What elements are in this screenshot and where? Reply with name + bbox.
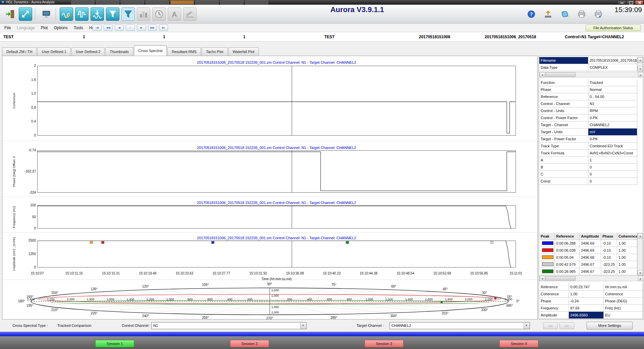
property-value[interactable]: Combined EO Track — [588, 143, 637, 150]
maximize-button[interactable] — [626, 0, 635, 4]
property-value[interactable]: 0 — [588, 164, 637, 171]
scroll-down-button[interactable]: ▼ — [638, 66, 643, 71]
peak-header-reference[interactable]: Reference — [555, 233, 580, 240]
scroll-up-button[interactable]: ▲ — [638, 57, 643, 63]
peak-cell[interactable]: 1.00 — [617, 247, 637, 254]
property-label-data-type[interactable]: Data Type — [539, 64, 588, 71]
property-label-const[interactable]: Const — [539, 178, 588, 185]
tab-user-defined-2[interactable]: User Defined 2 — [71, 47, 105, 56]
peak-cell[interactable]: 0:00:42.579 — [555, 261, 580, 268]
fit-view-icon[interactable] — [19, 7, 32, 21]
nav-stop-button[interactable]: □ — [126, 24, 135, 31]
property-label-track-type-[interactable]: Track Type: — [539, 143, 588, 150]
import-wave-icon[interactable] — [91, 7, 104, 21]
property-value[interactable]: RPM — [588, 107, 637, 114]
scroll-right-button[interactable]: ► — [638, 72, 643, 78]
upload-icon[interactable] — [542, 8, 554, 20]
chevron-down-icon[interactable] — [524, 322, 530, 329]
nav-fast-rewind-button[interactable]: ◀◀ — [104, 24, 113, 31]
scroll-thumb[interactable] — [545, 72, 576, 77]
peak-cell[interactable]: -323.25 — [601, 261, 617, 268]
peak-cell[interactable]: 2496.69 — [580, 240, 601, 247]
property-value[interactable]: 0 - 54.00 — [588, 93, 637, 100]
phase-plot-area[interactable] — [37, 150, 516, 193]
menu-file[interactable]: File — [1, 24, 14, 32]
menu-tools[interactable]: Tools — [71, 24, 86, 32]
peak-swatch-cell[interactable] — [539, 247, 555, 254]
peak-cell[interactable]: 0:00:06.038 — [555, 247, 580, 254]
property-label-filename[interactable]: Filename — [539, 57, 588, 64]
peak-cell[interactable]: 0:00:28.985 — [555, 268, 580, 275]
property-label-c[interactable]: C — [539, 171, 588, 178]
peak-table-hscrollbar[interactable]: ◄► — [539, 276, 643, 281]
session-4-button[interactable]: Session 4 — [499, 340, 538, 347]
peak-cell[interactable]: 1.00 — [617, 254, 637, 261]
property-label-control-units[interactable]: Control - Units — [539, 107, 588, 114]
amplitude-plot-area[interactable] — [37, 241, 516, 267]
tab-cross-spectral[interactable]: Cross Spectral — [134, 45, 167, 56]
chevron-down-icon[interactable] — [300, 322, 306, 329]
property-label-control-channel[interactable]: Control - Channel — [539, 100, 588, 107]
minimize-button[interactable] — [618, 0, 626, 4]
peak-cell[interactable]: 2496.67 — [580, 261, 601, 268]
nav-last-button[interactable]: ▶| — [159, 24, 168, 31]
file-grid-vscrollbar[interactable]: ▲▼ — [637, 57, 643, 71]
tab-user-defined-1[interactable]: User Defined 1 — [37, 47, 70, 56]
property-value[interactable]: mV — [588, 129, 637, 136]
print-preview-icon[interactable] — [592, 8, 604, 20]
property-label-b[interactable]: B — [539, 164, 588, 171]
coherence-plot-area[interactable] — [37, 66, 516, 136]
property-value[interactable]: 0 — [588, 178, 637, 185]
page-next-button[interactable]: >> — [559, 322, 574, 329]
tab-default-zm-th[interactable]: Default ZM / TH — [2, 47, 37, 56]
peak-header-phase[interactable]: Phase — [601, 233, 617, 240]
property-value[interactable]: 0 — [588, 171, 637, 178]
peak-cell[interactable]: -323.25 — [601, 268, 617, 275]
property-value[interactable]: Tracked — [588, 79, 637, 86]
peak-cell[interactable]: 2496.68 — [580, 254, 601, 261]
peak-cell[interactable]: -0.10 — [601, 240, 617, 247]
property-label-function[interactable]: Function — [539, 79, 588, 86]
close-button[interactable] — [635, 0, 643, 4]
scroll-up-button[interactable]: ▲ — [638, 233, 643, 239]
peak-cell[interactable]: 2496.69 — [580, 247, 601, 254]
peak-cell[interactable]: 0:00:06.288 — [555, 240, 580, 247]
property-value[interactable]: AxN1+BxN2+CxN3+Const — [588, 150, 637, 157]
menu-plot[interactable]: Plot — [38, 24, 51, 32]
peak-cell[interactable]: 0:00:05.04 — [555, 254, 580, 261]
more-settings-button[interactable]: More Settings — [587, 322, 633, 330]
peak-swatch-cell[interactable] — [539, 254, 555, 261]
file-grid-hscrollbar[interactable]: ◄► — [539, 72, 643, 78]
polar-plot[interactable]: 0°15°30°45°60°75°90°105°120°135°150°165°… — [4, 282, 537, 320]
target-channel-select[interactable]: CHANNEL2 — [389, 322, 530, 329]
scroll-right-button[interactable]: ► — [638, 276, 643, 281]
property-value[interactable]: 0-PK — [588, 114, 637, 121]
property-label-control-power-factor[interactable]: Control - Power Factor — [539, 114, 588, 121]
help-icon[interactable]: ? — [525, 8, 537, 20]
peak-cell[interactable]: 2496.67 — [580, 268, 601, 275]
file-authorisation-status-button[interactable]: File Authorisation Status — [586, 24, 641, 31]
frequency-plot-area[interactable] — [37, 205, 516, 229]
wave-edit-icon[interactable] — [60, 7, 73, 21]
exit-icon[interactable] — [3, 7, 17, 21]
tab-waterfall-plot[interactable]: Waterfall Plot — [228, 47, 259, 56]
peak-table-vscrollbar[interactable]: ▲▼ — [637, 233, 643, 275]
nav-fast-forward-button[interactable]: ▶▶ — [148, 24, 157, 31]
peak-swatch-cell[interactable] — [539, 261, 555, 268]
property-value[interactable]: 0-PK — [588, 136, 637, 143]
nav-prev-button[interactable]: ◀ — [115, 24, 124, 31]
property-value[interactable]: CHANNEL2 — [588, 121, 637, 129]
peak-cell[interactable]: 1.00 — [617, 268, 637, 275]
property-value[interactable]: 20170518151006_20170518 — [588, 57, 637, 64]
peak-cell[interactable]: -0.10 — [601, 247, 617, 254]
page-prev-button[interactable]: << — [543, 322, 558, 329]
property-label-reference[interactable]: Reference — [539, 93, 588, 100]
peak-cell[interactable]: 1.00 — [617, 261, 637, 268]
menu-options[interactable]: Options — [51, 24, 70, 32]
session-1-button[interactable]: Session 1 — [95, 340, 134, 347]
scroll-down-button[interactable]: ▼ — [638, 270, 643, 276]
scroll-left-button[interactable]: ◄ — [540, 72, 545, 78]
globe-icon[interactable] — [559, 8, 571, 20]
peak-cell[interactable]: -0.10 — [601, 254, 617, 261]
tab-thumbnails[interactable]: Thumbnails — [105, 47, 133, 56]
